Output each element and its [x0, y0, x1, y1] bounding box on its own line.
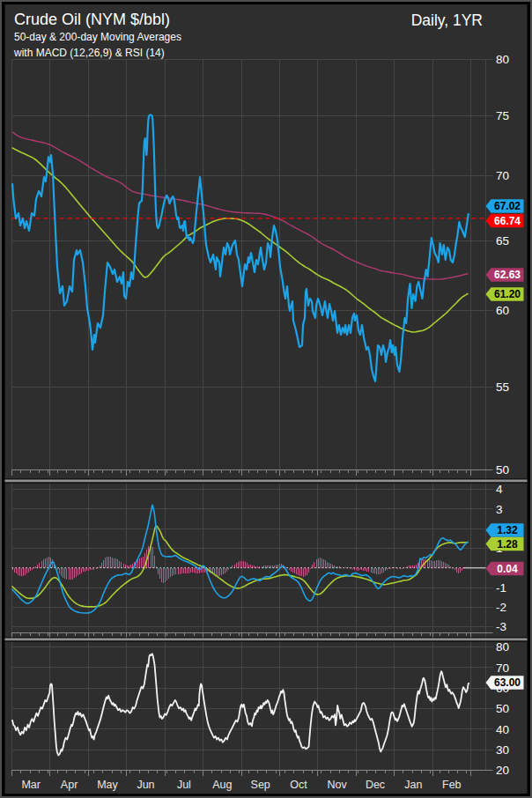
svg-text:Aug: Aug	[212, 779, 232, 791]
svg-text:80: 80	[496, 53, 509, 66]
svg-text:70: 70	[496, 169, 509, 182]
svg-text:70: 70	[496, 661, 509, 675]
svg-text:Mar: Mar	[21, 779, 41, 791]
svg-text:Feb: Feb	[442, 779, 462, 791]
svg-text:4: 4	[496, 483, 503, 496]
svg-text:66.74: 66.74	[494, 215, 521, 227]
svg-text:0.04: 0.04	[497, 563, 518, 575]
svg-text:40: 40	[496, 723, 509, 736]
svg-text:75: 75	[496, 109, 509, 122]
svg-text:61.20: 61.20	[494, 288, 521, 300]
svg-text:50: 50	[496, 702, 509, 715]
svg-text:63.00: 63.00	[494, 676, 521, 689]
svg-text:50-day & 200-day Moving Averag: 50-day & 200-day Moving Averages	[14, 31, 181, 43]
svg-text:-3: -3	[496, 620, 506, 633]
svg-text:Daily, 1YR: Daily, 1YR	[411, 11, 483, 29]
svg-text:Jan: Jan	[404, 779, 422, 791]
svg-text:80: 80	[496, 640, 509, 654]
svg-text:with MACD (12,26,9) & RSI (14): with MACD (12,26,9) & RSI (14)	[13, 47, 165, 59]
svg-text:Dec: Dec	[366, 779, 385, 791]
svg-text:55: 55	[496, 381, 509, 394]
svg-text:Apr: Apr	[61, 779, 78, 791]
svg-text:20: 20	[496, 764, 509, 777]
svg-text:60: 60	[496, 304, 509, 317]
svg-text:Sep: Sep	[251, 779, 270, 791]
svg-text:May: May	[97, 779, 118, 791]
svg-text:3: 3	[496, 503, 503, 516]
svg-text:Nov: Nov	[327, 779, 347, 791]
svg-text:30: 30	[496, 743, 509, 757]
svg-text:1.28: 1.28	[497, 538, 518, 550]
svg-text:Oct: Oct	[290, 779, 307, 791]
svg-text:1.32: 1.32	[497, 524, 518, 536]
svg-text:62.63: 62.63	[494, 269, 521, 281]
svg-text:67.02: 67.02	[494, 200, 521, 212]
svg-text:Jul: Jul	[177, 779, 191, 791]
svg-text:-1: -1	[496, 581, 506, 595]
svg-text:Jun: Jun	[137, 779, 154, 791]
svg-text:Crude Oil (NYM $/bbl): Crude Oil (NYM $/bbl)	[14, 11, 170, 28]
svg-text:50: 50	[496, 463, 509, 477]
svg-text:-2: -2	[496, 601, 506, 614]
svg-text:65: 65	[496, 234, 509, 248]
